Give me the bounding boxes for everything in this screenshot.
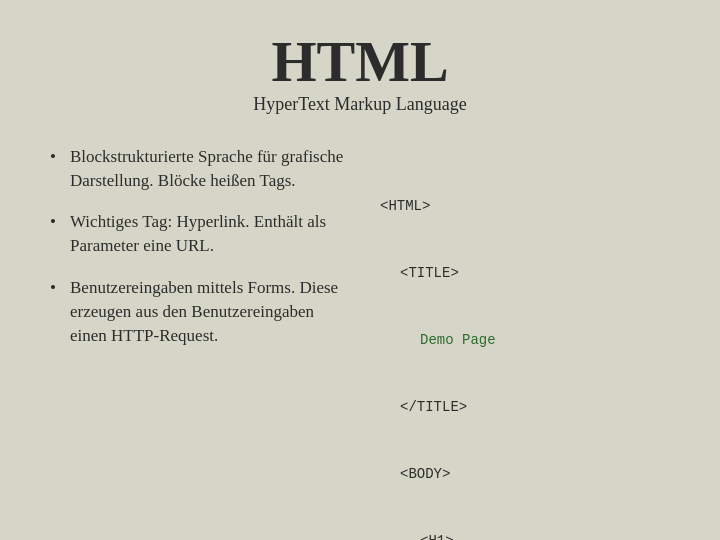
- subtitle: HyperText Markup Language: [253, 94, 467, 115]
- code-line: <TITLE>: [400, 262, 680, 284]
- slide: HTML HyperText Markup Language Blockstru…: [0, 0, 720, 540]
- code-section: <HTML> <TITLE> Demo Page </TITLE> <BODY>…: [380, 145, 680, 540]
- bullet-section: Blockstrukturierte Sprache für grafische…: [40, 145, 350, 366]
- code-line: </TITLE>: [400, 396, 680, 418]
- list-item: Benutzereingaben mittels Forms. Diese er…: [50, 276, 350, 347]
- code-line: <BODY>: [400, 463, 680, 485]
- main-title: HTML: [253, 30, 467, 94]
- code-line: Demo Page: [420, 329, 680, 351]
- code-line: <H1>: [420, 530, 680, 540]
- list-item: Blockstrukturierte Sprache für grafische…: [50, 145, 350, 193]
- list-item: Wichtiges Tag: Hyperlink. Enthält als Pa…: [50, 210, 350, 258]
- code-line: <HTML>: [380, 195, 680, 217]
- title-section: HTML HyperText Markup Language: [253, 30, 467, 115]
- content-area: Blockstrukturierte Sprache für grafische…: [40, 145, 680, 540]
- bullet-list: Blockstrukturierte Sprache für grafische…: [50, 145, 350, 348]
